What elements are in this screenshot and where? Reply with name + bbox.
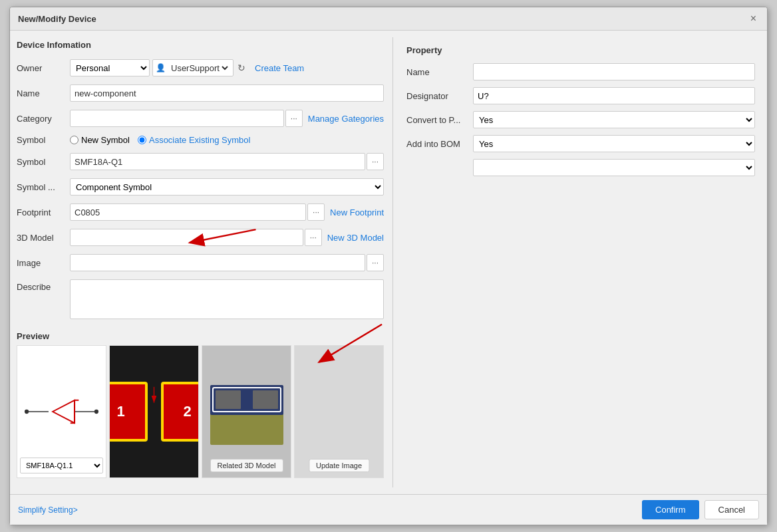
right-name-label: Name	[406, 67, 473, 77]
symbol-value-input[interactable]	[70, 153, 365, 170]
new-3d-model-link[interactable]: New 3D Model	[327, 233, 384, 243]
associate-symbol-text: Associate Existing Symbol	[149, 135, 250, 145]
convert-select[interactable]: Yes	[473, 111, 755, 128]
designator-label: Designator	[406, 91, 473, 101]
symbol-value-label: Symbol	[17, 157, 70, 167]
new-footprint-link[interactable]: New Footprint	[330, 207, 384, 217]
refresh-button[interactable]: ↻	[236, 61, 247, 74]
owner-select[interactable]: Personal	[70, 59, 150, 76]
model3d-input-group: ···	[70, 229, 322, 246]
model3d-input[interactable]	[70, 229, 303, 246]
name-input[interactable]	[70, 84, 384, 102]
right-name-input[interactable]	[473, 63, 755, 80]
image-preview-box: Update Image	[294, 345, 384, 478]
right-section-title: Property	[406, 43, 755, 58]
cancel-button[interactable]: Cancel	[704, 500, 759, 519]
associate-symbol-radio[interactable]	[138, 136, 146, 144]
close-button[interactable]: ×	[748, 13, 759, 25]
image-input[interactable]	[70, 254, 365, 271]
addbom-label: Add into BOM	[406, 139, 473, 149]
title-bar: New/Modify Device ×	[10, 7, 767, 31]
category-input-group: ···	[70, 110, 303, 127]
symbol-value-group: Symbol ···	[17, 152, 384, 172]
symbol-type-select[interactable]: Component Symbol	[70, 178, 384, 196]
user-icon: 👤	[156, 63, 166, 72]
category-label: Category	[17, 114, 70, 124]
describe-group: Describe	[17, 278, 384, 321]
manage-categories-link[interactable]: Manage Gategories	[308, 114, 384, 124]
dialog-title: New/Modify Device	[18, 14, 96, 24]
divider-line	[392, 37, 393, 487]
footprint-input-group: ···	[70, 203, 325, 221]
svg-rect-13	[216, 390, 241, 409]
footprint-ellipsis-button[interactable]: ···	[307, 203, 325, 221]
addbom-select[interactable]: Yes	[473, 135, 755, 152]
preview-area: SMF18A-Q1.1 1 2	[17, 345, 384, 478]
model3d-group: 3D Model ··· New 3D Model	[17, 227, 384, 247]
new-symbol-text: New Symbol	[81, 135, 130, 145]
designator-group: Designator	[406, 87, 755, 104]
model3d-ellipsis-button[interactable]: ···	[305, 229, 322, 246]
addbom-group: Add into BOM Yes	[406, 135, 755, 152]
svg-rect-14	[253, 390, 278, 409]
image-label: Image	[17, 258, 70, 268]
owner-label: Owner	[17, 63, 70, 73]
user-select[interactable]: UserSupport	[168, 60, 230, 76]
user-select-wrapper: 👤 UserSupport	[152, 59, 233, 76]
new-symbol-radio-label[interactable]: New Symbol	[70, 135, 130, 145]
create-team-link[interactable]: Create Team	[255, 63, 304, 73]
symbol-variant-select[interactable]: SMF18A-Q1.1	[20, 458, 103, 473]
new-symbol-radio[interactable]	[70, 136, 78, 144]
svg-marker-4	[53, 400, 75, 423]
pad-2: 2	[161, 382, 200, 442]
update-image-button[interactable]: Update Image	[309, 459, 369, 472]
right-panel: Property Name Designator Convert to P...…	[401, 37, 760, 487]
image-input-group: ···	[70, 254, 384, 271]
model3d-label: 3D Model	[17, 233, 70, 243]
simplify-setting-link[interactable]: Simplify Setting>	[18, 505, 78, 515]
model3d-svg	[204, 372, 290, 452]
footprint-pads: 1 2	[109, 382, 199, 442]
convert-label: Convert to P...	[406, 115, 473, 125]
preview-title: Preview	[17, 331, 384, 341]
model3d-preview-box: Related 3D Model	[202, 345, 291, 478]
category-group: Category ··· Manage Gategories	[17, 108, 384, 128]
footprint-preview-box: 1 2	[109, 345, 199, 478]
category-ellipsis-button[interactable]: ···	[285, 110, 303, 127]
right-panel-content: Property Name Designator Convert to P...…	[401, 37, 760, 188]
symbol-type-label: Symbol ...	[17, 182, 70, 192]
symbol-variant-row: SMF18A-Q1.1	[20, 458, 103, 473]
associate-symbol-radio-label[interactable]: Associate Existing Symbol	[138, 135, 250, 145]
owner-group: Owner Personal 👤 UserSupport ↻ Create Te…	[17, 58, 384, 78]
confirm-button[interactable]: Confirm	[642, 500, 699, 519]
symbol-value-ellipsis-button[interactable]: ···	[367, 153, 384, 170]
symbol-preview-box: SMF18A-Q1.1	[17, 345, 106, 478]
new-modify-device-dialog: New/Modify Device × Device Infomation Ow…	[9, 7, 768, 525]
describe-label: Describe	[17, 279, 70, 292]
footer-buttons: Confirm Cancel	[642, 500, 759, 519]
right-name-group: Name	[406, 63, 755, 80]
describe-textarea[interactable]	[70, 279, 384, 319]
footprint-label: Footprint	[17, 207, 70, 217]
category-input[interactable]	[70, 110, 284, 127]
extra-select[interactable]	[473, 159, 755, 176]
symbol-radio-options: New Symbol Associate Existing Symbol	[70, 135, 250, 145]
symbol-value-input-group: ···	[70, 153, 384, 170]
footer: Simplify Setting> Confirm Cancel	[10, 494, 767, 525]
owner-row: Personal 👤 UserSupport ↻ Create Team	[70, 59, 304, 76]
name-group: Name	[17, 83, 384, 103]
preview-section: Preview	[17, 331, 384, 478]
image-group: Image ···	[17, 253, 384, 273]
related-3d-model-button[interactable]: Related 3D Model	[210, 459, 283, 472]
main-content: Device Infomation Owner Personal 👤 UserS…	[10, 31, 767, 494]
footprint-group: Footprint ··· New Footprint	[17, 202, 384, 222]
footprint-input[interactable]	[70, 203, 306, 221]
diode-symbol-svg	[17, 385, 106, 438]
designator-input[interactable]	[473, 87, 755, 104]
name-label: Name	[17, 88, 70, 98]
symbol-radio-label: Symbol	[17, 135, 70, 145]
left-section-title: Device Infomation	[17, 37, 384, 53]
symbol-type-group: Symbol ... Component Symbol	[17, 177, 384, 197]
image-ellipsis-button[interactable]: ···	[367, 254, 384, 271]
convert-group: Convert to P... Yes	[406, 111, 755, 128]
